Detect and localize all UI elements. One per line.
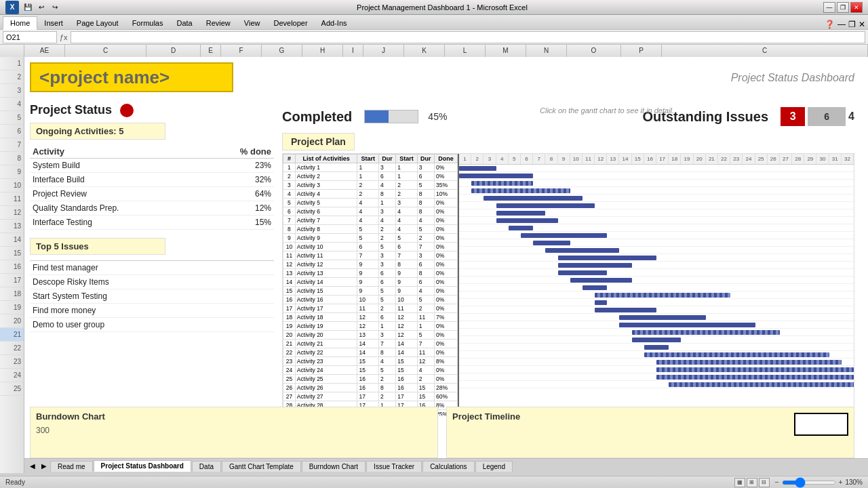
gantt-row-6[interactable]	[459, 202, 854, 209]
col-header-F[interactable]: F	[221, 45, 262, 57]
gantt-row-24[interactable]	[459, 336, 854, 344]
gantt-row-1[interactable]	[459, 165, 854, 172]
plan-cell-18-4: 6	[378, 313, 395, 322]
tab-review[interactable]: Review	[199, 17, 237, 29]
gantt-row-10[interactable]	[459, 232, 854, 239]
col-header-E[interactable]: E	[201, 45, 221, 57]
tab-nav-prev[interactable]: ◀	[27, 462, 38, 470]
gantt-row-20[interactable]	[459, 306, 854, 314]
col-header-C[interactable]: C	[65, 45, 146, 57]
ribbon-restore-icon[interactable]: ❐	[848, 20, 856, 29]
gantt-row-18[interactable]	[459, 291, 854, 299]
col-header-AE[interactable]: AE	[24, 45, 65, 57]
col-header-L[interactable]: L	[445, 45, 486, 57]
activity-name-3: Project Review	[30, 187, 204, 201]
plan-cell-7-3: 4	[357, 216, 378, 225]
gantt-row-22[interactable]	[459, 321, 854, 329]
gantt-row-14[interactable]	[459, 262, 854, 269]
name-box[interactable]	[3, 31, 57, 43]
redo-icon[interactable]: ↪	[49, 1, 61, 14]
sheet-tab-legend[interactable]: Legend	[475, 461, 513, 472]
gantt-row-29[interactable]	[459, 373, 854, 381]
gantt-row-4[interactable]	[459, 187, 854, 195]
gantt-row-2[interactable]	[459, 172, 854, 180]
tab-addins[interactable]: Add-Ins	[315, 17, 354, 29]
plan-cell-18-1: 18	[283, 313, 296, 322]
gantt-bar-5	[484, 196, 583, 201]
col-header-G[interactable]: G	[262, 45, 302, 57]
save-quick-icon[interactable]: 💾	[22, 1, 34, 14]
gantt-row-8[interactable]	[459, 217, 854, 224]
gantt-row-25[interactable]	[459, 344, 854, 351]
tab-home[interactable]: Home	[3, 16, 37, 30]
sheet-tab-gantt[interactable]: Gantt Chart Template	[222, 461, 301, 472]
gantt-col-22: 22	[718, 154, 730, 164]
gantt-area[interactable]: 1234567891011121314151617181920212223242…	[459, 154, 854, 415]
status-right: ▦ ⊞ ⊟ − + 130%	[734, 478, 863, 487]
gantt-row-12[interactable]	[459, 247, 854, 254]
normal-view-icon[interactable]: ▦	[734, 478, 745, 487]
gantt-row-11[interactable]	[459, 239, 854, 247]
row-numbers: 1 2 3 4 5 6 7 8 9 10 11 12 13 14 15 16 1…	[0, 57, 24, 473]
row-5: 5	[0, 111, 24, 125]
gantt-row-9[interactable]	[459, 224, 854, 232]
issues-box: Top 5 Issues	[30, 238, 165, 255]
col-header-O[interactable]: O	[567, 45, 621, 57]
col-header-I[interactable]: I	[343, 45, 363, 57]
gantt-row-7[interactable]	[459, 209, 854, 217]
plan-cell-4-2: Activity 4	[295, 190, 357, 199]
tab-view[interactable]: View	[237, 17, 267, 29]
col-header-J[interactable]: J	[363, 45, 404, 57]
plan-row-23: 23Activity 2315415128%	[283, 357, 458, 366]
zoom-slider[interactable]	[782, 481, 836, 485]
col-header-last[interactable]: C	[662, 45, 868, 57]
minimize-button[interactable]: —	[823, 2, 835, 13]
formula-input[interactable]	[71, 31, 865, 43]
tab-formulas[interactable]: Formulas	[125, 17, 170, 29]
gantt-row-16[interactable]	[459, 277, 854, 284]
gantt-row-17[interactable]	[459, 284, 854, 291]
sheet-tab-calc[interactable]: Calculations	[422, 461, 474, 472]
restore-button[interactable]: ❐	[837, 2, 849, 13]
gantt-row-15[interactable]	[459, 269, 854, 277]
close-button[interactable]: ✕	[850, 2, 863, 13]
help-icon[interactable]: ❓	[825, 20, 835, 29]
col-header-K[interactable]: K	[404, 45, 445, 57]
gantt-row-27[interactable]	[459, 359, 854, 366]
page-layout-icon[interactable]: ⊞	[747, 478, 757, 487]
page-break-icon[interactable]: ⊟	[759, 478, 770, 487]
col-header-N[interactable]: N	[526, 45, 567, 57]
gantt-row-26[interactable]	[459, 351, 854, 359]
tab-developer[interactable]: Developer	[267, 17, 314, 29]
gantt-row-23[interactable]	[459, 329, 854, 336]
sheet-tab-readme[interactable]: Read me	[50, 461, 93, 472]
project-name-cell[interactable]: <project name>	[30, 62, 233, 92]
tab-nav-next[interactable]: ▶	[39, 462, 50, 470]
zoom-in-icon[interactable]: +	[839, 479, 843, 486]
gantt-row-28[interactable]	[459, 366, 854, 373]
col-header-P[interactable]: P	[621, 45, 662, 57]
burndown-section: Burndown Chart 300	[30, 407, 438, 458]
gantt-row-30[interactable]	[459, 381, 854, 388]
zoom-out-icon[interactable]: −	[775, 479, 779, 486]
tab-page-layout[interactable]: Page Layout	[70, 17, 125, 29]
ribbon-min-icon[interactable]: —	[837, 20, 846, 29]
gantt-row-19[interactable]	[459, 299, 854, 306]
gantt-row-21[interactable]	[459, 314, 854, 321]
plan-cell-23-7: 8%	[435, 357, 458, 366]
sheet-tab-burndown[interactable]: Burndown Chart	[302, 461, 366, 472]
undo-icon[interactable]: ↩	[35, 1, 47, 14]
col-header-D[interactable]: D	[146, 45, 201, 57]
gantt-row-5[interactable]	[459, 195, 854, 202]
sheet-tab-issues[interactable]: Issue Tracker	[366, 461, 422, 472]
gantt-row-13[interactable]	[459, 254, 854, 262]
gantt-row-3[interactable]	[459, 180, 854, 187]
tab-insert[interactable]: Insert	[37, 17, 70, 29]
plan-cell-10-6: 7	[417, 243, 434, 251]
col-header-H[interactable]: H	[302, 45, 343, 57]
ribbon-close-icon[interactable]: ✕	[859, 20, 865, 29]
tab-data[interactable]: Data	[170, 17, 199, 29]
sheet-tab-dashboard[interactable]: Project Status Dashboard	[94, 460, 191, 472]
col-header-M[interactable]: M	[486, 45, 526, 57]
sheet-tab-data[interactable]: Data	[192, 461, 221, 472]
